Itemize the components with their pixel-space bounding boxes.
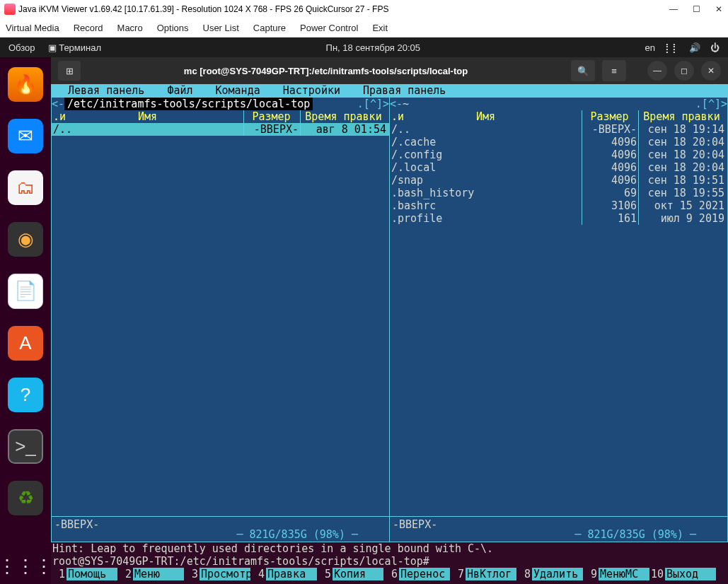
col-header-date: Время правки xyxy=(300,110,389,123)
java-icon xyxy=(4,4,16,15)
kvm-menu-item[interactable]: Exit xyxy=(372,23,388,33)
left-panel-indicator: .[^] xyxy=(357,98,383,110)
language-indicator[interactable]: en xyxy=(645,42,655,53)
terminal-title: mc [root@SYS-7049GP-TRT]:/etc/initramfs-… xyxy=(88,66,564,76)
terminal-body[interactable]: ↖ Левая панельФайлКомандаНастройкиПравая… xyxy=(51,84,728,584)
dock-libreoffice[interactable]: 📄 xyxy=(8,274,43,308)
file-row[interactable]: /..-ВВЕРХ-сен 18 19:14 xyxy=(390,123,727,136)
fkey-7[interactable]: 7НвКтлог xyxy=(450,568,516,580)
terminal-icon: ▣ xyxy=(48,43,57,52)
col-header-size: Размер xyxy=(582,110,638,123)
fkey-9[interactable]: 9МенюМС xyxy=(583,568,649,580)
left-panel-path: /etc/initramfs-tools/scripts/local-top xyxy=(64,98,313,110)
file-row[interactable]: /.local4096сен 18 20:04 xyxy=(390,161,727,174)
shell-prompt[interactable]: root@SYS-7049GP-TRT:/etc/initramfs-tools… xyxy=(52,555,727,568)
mc-menu-item[interactable]: Настройки xyxy=(272,84,352,97)
file-row[interactable]: .bashrc3106окт 15 2021 xyxy=(390,199,727,212)
window-maximize-button[interactable]: ◻ xyxy=(674,61,694,81)
kvm-menu-item[interactable]: Capture xyxy=(253,23,286,33)
close-button[interactable]: ✕ xyxy=(714,4,724,14)
dock-trash[interactable]: ♻ xyxy=(8,481,43,515)
col-header-date: Время правки xyxy=(638,110,727,123)
maximize-button[interactable]: ☐ xyxy=(691,4,701,14)
dock-files[interactable]: 🗂 xyxy=(8,170,43,205)
fkey-6[interactable]: 6Перенос xyxy=(383,568,450,580)
mc-menu-item[interactable]: Левая панель xyxy=(57,84,156,97)
clock[interactable]: Пн, 18 сентября 20:05 xyxy=(101,42,645,53)
fkey-5[interactable]: 5Копия xyxy=(317,568,383,580)
dock-software[interactable]: A xyxy=(8,326,43,361)
gnome-top-bar: Обзор ▣ Терминал Пн, 18 сентября 20:05 e… xyxy=(0,37,728,57)
window-close-button[interactable]: ✕ xyxy=(701,61,721,81)
col-header-size: Размер xyxy=(243,110,300,123)
terminal-app-indicator[interactable]: ▣ Терминал xyxy=(48,42,102,53)
dock-thunderbird[interactable]: ✉ xyxy=(8,119,43,153)
fkey-10[interactable]: 10Выход xyxy=(649,568,716,580)
mc-menu-item[interactable]: Файл xyxy=(156,84,204,97)
hamburger-button[interactable]: ≡ xyxy=(602,60,626,81)
search-icon: 🔍 xyxy=(577,66,589,76)
activities-button[interactable]: Обзор xyxy=(8,42,35,53)
file-row[interactable]: /.cache4096сен 18 20:04 xyxy=(390,136,727,148)
dock-help[interactable]: ? xyxy=(8,378,43,412)
dock-apps-grid[interactable]: ⋮⋮⋮ xyxy=(8,549,43,584)
left-panel-usage: ─ 821G/835G (98%) ─ xyxy=(233,528,361,541)
dock-rhythmbox[interactable]: ◉ xyxy=(8,222,43,257)
file-row[interactable]: .bash_history69сен 18 19:55 xyxy=(390,187,727,199)
left-panel[interactable]: <- /etc/initramfs-tools/scripts/local-to… xyxy=(51,97,390,542)
left-panel-footer: -ВВЕРХ- ─ 821G/835G (98%) ─ xyxy=(52,516,389,542)
mc-menu-item[interactable]: Правая панель xyxy=(352,84,457,97)
fkey-4[interactable]: 4Правка xyxy=(250,568,317,580)
window-minimize-button[interactable]: — xyxy=(647,61,667,81)
fkey-3[interactable]: 3Просмотр xyxy=(184,568,250,580)
col-header-name: Имя xyxy=(390,110,582,123)
dock-firefox[interactable]: 🔥 xyxy=(8,67,43,102)
col-header-name: Имя xyxy=(52,110,243,123)
network-icon[interactable]: ⡇⡇ xyxy=(665,43,679,52)
window-titlebar: Java iKVM Viewer v1.69.42 [10.17.61.39] … xyxy=(0,0,728,18)
right-panel-indicator: .[^] xyxy=(695,98,721,110)
kvm-menu-bar: Virtual MediaRecordMacroOptionsUser List… xyxy=(0,18,728,37)
file-row[interactable]: /snap4096сен 18 19:51 xyxy=(390,174,727,187)
kvm-menu-item[interactable]: Power Control xyxy=(300,23,358,33)
dock: 🔥 ✉ 🗂 ◉ 📄 A ? >_ ♻ ⋮⋮⋮ xyxy=(0,57,51,584)
file-row[interactable]: .profile161июл 9 2019 xyxy=(390,212,727,225)
mc-menu-item[interactable]: Команда xyxy=(204,84,272,97)
dock-terminal[interactable]: >_ xyxy=(8,429,43,464)
menu-icon: ≡ xyxy=(611,66,617,76)
kvm-menu-item[interactable]: Options xyxy=(157,23,189,33)
file-row[interactable]: /..-ВВЕРХ-авг 8 01:54 xyxy=(52,123,389,136)
hint-line: Hint: Leap to frequently used directorie… xyxy=(52,542,727,555)
mc-menu-bar[interactable]: Левая панельФайлКомандаНастройкиПравая п… xyxy=(51,84,728,97)
right-panel-footer: -ВВЕРХ- ─ 821G/835G (98%) ─ xyxy=(390,516,727,542)
new-tab-button[interactable]: ⊞ xyxy=(58,61,81,81)
kvm-menu-item[interactable]: Record xyxy=(74,23,103,33)
window-title: Java iKVM Viewer v1.69.42 [10.17.61.39] … xyxy=(18,4,669,14)
minimize-button[interactable]: — xyxy=(669,4,678,14)
terminal-header: ⊞ mc [root@SYS-7049GP-TRT]:/etc/initramf… xyxy=(51,57,728,84)
search-button[interactable]: 🔍 xyxy=(571,60,595,81)
fkey-8[interactable]: 8Удалить xyxy=(516,568,583,580)
function-keys: 1Помощь2Меню3Просмотр4Правка5Копия6Перен… xyxy=(51,568,728,580)
kvm-menu-item[interactable]: Macro xyxy=(117,23,143,33)
right-panel[interactable]: <- ~ .[^]> .и Размер Время правки Имя /.… xyxy=(390,97,728,542)
fkey-1[interactable]: 1Помощь xyxy=(51,568,117,580)
kvm-menu-item[interactable]: Virtual Media xyxy=(6,23,59,33)
kvm-menu-item[interactable]: User List xyxy=(203,23,239,33)
fkey-2[interactable]: 2Меню xyxy=(117,568,184,580)
volume-icon[interactable]: 🔊 xyxy=(689,43,700,52)
file-row[interactable]: /.config4096сен 18 20:04 xyxy=(390,148,727,161)
right-panel-path: ~ xyxy=(403,98,409,110)
right-panel-usage: ─ 821G/835G (98%) ─ xyxy=(572,528,699,541)
power-icon[interactable]: ⏻ xyxy=(710,43,720,52)
